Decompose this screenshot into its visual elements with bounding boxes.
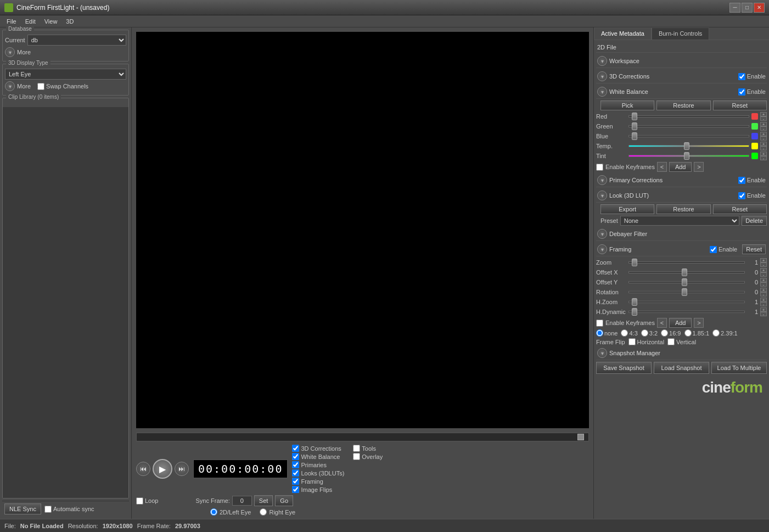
aspect-32[interactable] (641, 329, 648, 337)
forward-button[interactable]: ⏭ (175, 462, 189, 476)
check-white-balance[interactable] (292, 453, 299, 460)
auto-sync-check[interactable] (44, 506, 52, 513)
temp-plus[interactable]: + (760, 142, 767, 146)
maximize-button[interactable]: □ (742, 3, 753, 13)
aspect-239[interactable] (712, 329, 720, 337)
primary-enable-check[interactable] (738, 177, 745, 184)
timeline-handle[interactable] (577, 434, 584, 440)
delete-button[interactable]: Delete (742, 216, 767, 226)
check-tools[interactable] (353, 445, 360, 452)
snapshot-collapse[interactable]: ▾ (597, 348, 607, 358)
green-plus[interactable]: + (760, 122, 767, 126)
more-circle-btn[interactable]: ▾ (5, 47, 15, 57)
flip-vertical-check[interactable] (667, 338, 675, 345)
load-snapshot-button[interactable]: Load Snapshot (654, 362, 709, 374)
swap-channels-check[interactable] (37, 83, 44, 90)
offsety-plus[interactable]: + (760, 278, 767, 282)
green-slider[interactable] (628, 122, 749, 130)
corrections-3d-collapse[interactable]: ▾ (597, 71, 607, 81)
hdynamic-minus[interactable]: - (760, 312, 767, 316)
aspect-185[interactable] (684, 329, 692, 337)
tint-plus[interactable]: + (760, 152, 767, 156)
check-primaries[interactable] (292, 461, 299, 468)
display-more-btn[interactable]: ▾ (5, 81, 15, 91)
hzoom-plus[interactable]: + (760, 298, 767, 302)
hdynamic-slider[interactable] (628, 308, 745, 316)
sync-frame-input[interactable] (232, 496, 252, 506)
blue-slider[interactable] (628, 132, 749, 140)
go-button[interactable]: Go (275, 495, 293, 506)
framing-keyframes-check[interactable] (596, 320, 603, 327)
minimize-button[interactable]: ─ (729, 3, 740, 13)
check-image-flips[interactable] (292, 486, 299, 493)
database-select[interactable]: db (27, 35, 126, 46)
offsetx-plus[interactable]: + (760, 268, 767, 272)
hzoom-minus[interactable]: - (760, 302, 767, 306)
aspect-169[interactable] (661, 329, 668, 337)
offsety-slider[interactable] (628, 278, 745, 286)
blue-minus[interactable]: - (760, 136, 767, 141)
set-button[interactable]: Set (254, 495, 273, 506)
wb-pick-button[interactable]: Pick (600, 100, 654, 110)
play-button[interactable]: ▶ (153, 459, 172, 479)
check-3d-corrections[interactable] (292, 445, 299, 452)
menu-file[interactable]: File (2, 17, 21, 26)
framing-kf-prev[interactable]: < (657, 318, 667, 328)
wb-collapse[interactable]: ▾ (597, 87, 607, 97)
primary-collapse[interactable]: ▾ (597, 175, 607, 185)
wb-keyframes-check[interactable] (596, 164, 603, 171)
look-reset-button[interactable]: Reset (713, 204, 767, 214)
zoom-slider[interactable] (628, 259, 745, 266)
debayer-collapse[interactable]: ▾ (597, 229, 607, 239)
wb-enable-check[interactable] (738, 88, 745, 96)
red-minus[interactable]: - (760, 116, 767, 121)
right-eye-radio[interactable] (260, 508, 267, 516)
hdynamic-plus[interactable]: + (760, 307, 767, 312)
aspect-none[interactable] (596, 329, 603, 337)
offsety-minus[interactable]: - (760, 282, 767, 287)
workspace-collapse[interactable]: ▾ (597, 56, 607, 66)
framing-enable-check[interactable] (710, 246, 717, 253)
menu-edit[interactable]: Edit (21, 17, 40, 26)
loop-check[interactable] (136, 497, 143, 505)
look-export-button[interactable]: Export (600, 204, 654, 214)
save-snapshot-button[interactable]: Save Snapshot (596, 362, 652, 374)
framing-add-button[interactable]: Add (669, 318, 692, 328)
wb-reset-button[interactable]: Reset (713, 100, 767, 110)
nle-sync-button[interactable]: NLE Sync (4, 503, 41, 514)
aspect-43[interactable] (621, 329, 628, 337)
look-enable-check[interactable] (738, 192, 745, 199)
look-collapse[interactable]: ▾ (597, 191, 607, 200)
tint-minus[interactable]: - (760, 156, 767, 160)
offsetx-minus[interactable]: - (760, 272, 767, 277)
menu-view[interactable]: View (40, 17, 62, 26)
framing-kf-next[interactable]: > (694, 318, 704, 328)
rotation-minus[interactable]: - (760, 292, 767, 296)
timeline-progress[interactable] (136, 433, 589, 441)
corrections-3d-enable[interactable] (738, 73, 745, 80)
framing-reset-button[interactable]: Reset (742, 244, 766, 254)
temp-slider[interactable] (628, 142, 749, 150)
wb-restore-button[interactable]: Restore (656, 100, 710, 110)
tab-burnin-controls[interactable]: Burn-in Controls (652, 27, 709, 40)
framing-collapse[interactable]: ▾ (597, 244, 607, 254)
look-restore-button[interactable]: Restore (656, 204, 710, 214)
check-looks[interactable] (292, 469, 299, 477)
menu-3d[interactable]: 3D (61, 17, 78, 26)
load-multiple-button[interactable]: Load To Multiple (711, 362, 767, 374)
hzoom-slider[interactable] (628, 298, 745, 306)
offsetx-slider[interactable] (628, 268, 745, 276)
wb-kf-next[interactable]: > (694, 162, 704, 172)
red-plus[interactable]: + (760, 112, 767, 116)
red-slider[interactable] (628, 113, 749, 120)
rotation-slider[interactable] (628, 288, 745, 296)
wb-kf-prev[interactable]: < (657, 162, 667, 172)
tint-slider[interactable] (628, 152, 749, 160)
close-button[interactable]: ✕ (754, 3, 765, 13)
flip-horizontal-check[interactable] (628, 338, 636, 345)
tab-active-metadata[interactable]: Active Metadata (594, 27, 652, 40)
zoom-plus[interactable]: + (760, 258, 767, 262)
wb-add-button[interactable]: Add (669, 162, 692, 172)
rewind-button[interactable]: ⏮ (136, 462, 150, 476)
blue-plus[interactable]: + (760, 132, 767, 136)
